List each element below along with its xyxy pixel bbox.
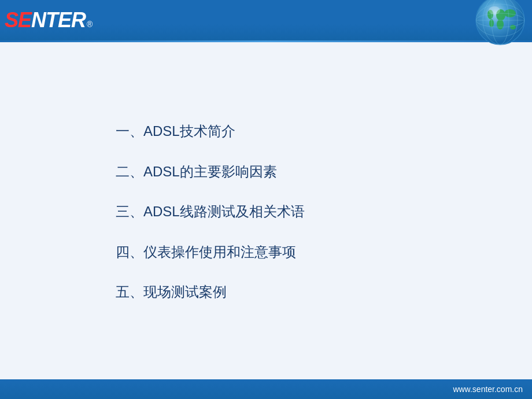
svg-point-7 [510, 25, 516, 29]
svg-point-13 [489, 6, 500, 14]
header: SENTER® [0, 0, 532, 40]
svg-point-3 [497, 19, 504, 29]
menu-item-1: 一、ADSL技术简介 [116, 121, 532, 141]
logo: SENTER® [5, 8, 93, 32]
logo-nter: NTER [31, 8, 86, 32]
svg-point-6 [504, 9, 516, 17]
logo-area: SENTER® [5, 8, 93, 32]
logo-registered: ® [87, 20, 93, 29]
footer-url: www.senter.com.cn [453, 385, 523, 394]
menu-item-5: 五、现场测试案例 [116, 282, 532, 302]
menu-item-2: 二、ADSL的主要影响因素 [116, 162, 532, 182]
logo-se: SE [5, 8, 31, 32]
footer: www.senter.com.cn [0, 379, 532, 399]
menu-item-4: 四、仪表操作使用和注意事项 [116, 242, 532, 262]
globe-icon [474, 0, 526, 46]
menu-item-3: 三、ADSL线路测试及相关术语 [116, 202, 532, 221]
main-content: 一、ADSL技术简介 二、ADSL的主要影响因素 三、ADSL线路测试及相关术语… [0, 42, 532, 381]
